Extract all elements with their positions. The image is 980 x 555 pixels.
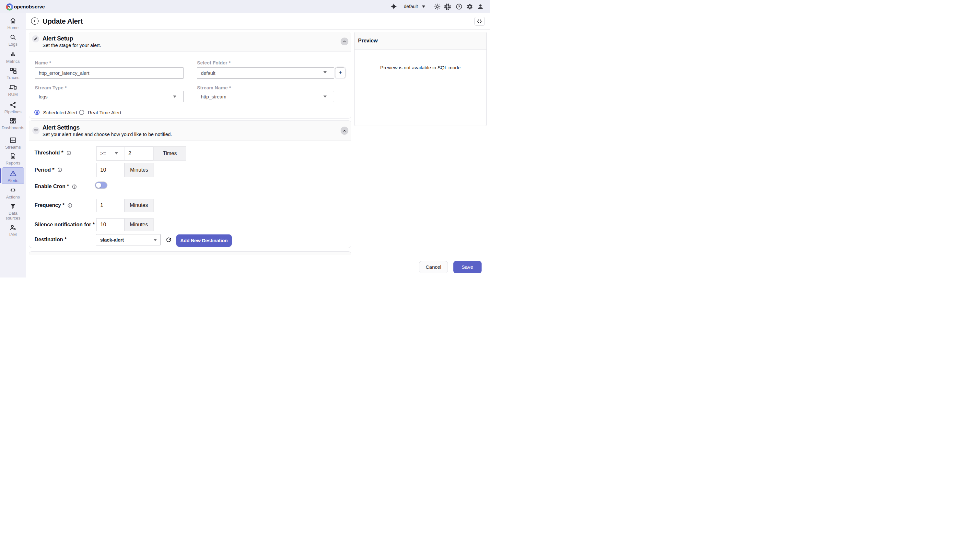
svg-text:?: ?: [458, 5, 460, 9]
